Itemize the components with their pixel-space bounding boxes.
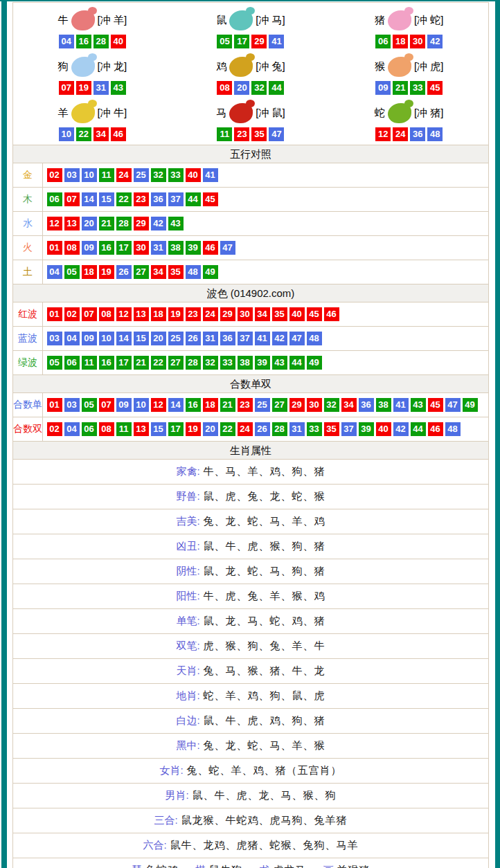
number-ball: 15 <box>99 192 114 206</box>
number-ball: 22 <box>76 127 91 141</box>
attribute-row: 白边:鼠、牛、虎、鸡、狗、猪 <box>13 709 488 734</box>
attribute-label: 三合: <box>154 814 177 827</box>
number-ball: 08 <box>64 241 80 255</box>
zodiac-clash: [冲 蛇] <box>414 14 444 27</box>
number-ball: 36 <box>410 127 425 141</box>
number-ball: 44 <box>289 356 305 370</box>
wave-label: 绿波 <box>13 351 43 374</box>
zodiac-name: 羊 <box>58 107 69 120</box>
zodiac-title: 鸡[冲 兔] <box>172 53 330 80</box>
number-ball: 17 <box>116 356 132 370</box>
number-ball: 46 <box>111 127 126 141</box>
arts-label: 琴: <box>132 864 145 868</box>
number-ball: 45 <box>203 192 218 206</box>
five-element-row: 火0108091617303138394647 <box>13 236 488 260</box>
number-ball: 10 <box>82 168 97 182</box>
number-ball: 06 <box>47 192 62 206</box>
sum-parity-title: 合数单双 <box>230 378 271 390</box>
attribute-row: 野兽:鼠、虎、兔、龙、蛇、猴 <box>13 485 488 509</box>
number-ball: 15 <box>151 422 166 436</box>
number-ball: 24 <box>116 168 132 182</box>
attribute-label: 六合: <box>143 839 166 852</box>
number-ball: 11 <box>99 168 114 182</box>
zodiac-numbers: 09213345 <box>330 81 488 95</box>
number-ball: 16 <box>99 356 114 370</box>
number-ball: 37 <box>238 332 253 345</box>
number-ball: 29 <box>289 398 305 412</box>
left-frame-border <box>1 0 7 868</box>
number-ball: 16 <box>99 241 114 255</box>
number-ball: 42 <box>427 35 443 48</box>
number-ball: 38 <box>376 398 391 412</box>
zodiac-name: 狗 <box>58 60 69 73</box>
number-ball: 47 <box>289 332 305 345</box>
number-ball: 08 <box>99 307 114 321</box>
number-ball: 25 <box>168 332 184 345</box>
number-ball: 09 <box>82 332 97 345</box>
sum-parity-section: 合数单0103050709101214161821232527293032343… <box>13 393 488 442</box>
five-elements-title: 五行对照 <box>230 148 271 160</box>
number-ball: 40 <box>376 422 391 436</box>
number-ball: 23 <box>234 127 249 141</box>
number-ball: 30 <box>238 307 253 321</box>
number-ball: 03 <box>64 398 80 412</box>
zodiac-cell: 马[冲 鼠]11233547 <box>172 97 330 143</box>
number-ball: 46 <box>203 241 218 255</box>
number-ball: 37 <box>341 422 357 436</box>
zodiac-name: 马 <box>216 107 226 120</box>
sum-parity-label: 合数双 <box>13 417 43 441</box>
number-ball: 06 <box>82 422 97 436</box>
zodiac-cell: 羊[冲 牛]10223446 <box>13 97 172 143</box>
number-ball: 02 <box>47 168 62 182</box>
number-ball: 01 <box>47 241 62 255</box>
number-ball: 35 <box>251 127 267 141</box>
number-ball: 13 <box>64 217 80 230</box>
attribute-value: 兔、龙、蛇、马、羊、鸡 <box>204 515 325 528</box>
number-ball: 21 <box>220 398 235 412</box>
zodiac-cell: 鸡[冲 兔]08203244 <box>172 51 330 97</box>
numbers-list: 06071415222336374445 <box>43 192 219 206</box>
zodiac-title: 蛇[冲 猪] <box>330 100 488 126</box>
number-ball: 33 <box>168 168 184 182</box>
number-ball: 15 <box>134 332 149 345</box>
number-ball: 44 <box>411 422 426 436</box>
zodiac-numbers: 05172941 <box>172 35 330 48</box>
attribute-value: 兔、蛇、羊、鸡、猪（五宫肖） <box>187 764 342 777</box>
zodiac-attributes-section: 家禽:牛、马、羊、鸡、狗、猪野兽:鼠、虎、兔、龙、蛇、猴吉美:兔、龙、蛇、马、羊… <box>13 460 488 858</box>
number-ball: 28 <box>93 35 109 48</box>
arts-value: 虎龙马 <box>273 864 306 868</box>
attribute-label: 单笔: <box>176 615 199 628</box>
number-ball: 46 <box>428 422 443 436</box>
number-ball: 41 <box>203 168 218 182</box>
arts-value: 鼠牛狗 <box>209 864 242 868</box>
number-ball: 33 <box>307 422 322 436</box>
number-ball: 24 <box>203 307 218 321</box>
attribute-row: 地肖:蛇、羊、鸡、狗、鼠、虎 <box>13 684 488 709</box>
arts-pair: 书:虎龙马 <box>259 864 306 868</box>
number-ball: 04 <box>59 35 74 48</box>
arts-label: 书: <box>259 864 272 868</box>
number-ball: 09 <box>375 81 391 95</box>
number-ball: 31 <box>93 81 109 95</box>
number-ball: 36 <box>151 192 166 206</box>
zodiac-title: 牛[冲 羊] <box>13 7 172 33</box>
zodiac-clash: [冲 龙] <box>98 60 127 73</box>
number-ball: 35 <box>324 422 339 436</box>
zodiac-cell: 牛[冲 羊]04162840 <box>13 4 172 51</box>
number-ball: 43 <box>272 356 287 370</box>
zodiac-name: 鸡 <box>216 60 226 73</box>
arts-pair: 画:羊猴猪 <box>323 864 370 868</box>
number-ball: 41 <box>255 332 270 345</box>
number-ball: 04 <box>64 422 80 436</box>
number-ball: 28 <box>186 356 201 370</box>
attribute-value: 鼠龙猴、牛蛇鸡、虎马狗、兔羊猪 <box>181 814 348 827</box>
number-ball: 19 <box>76 81 91 95</box>
attribute-label: 阳性: <box>176 590 199 603</box>
zodiac-numbers: 08203244 <box>172 81 330 95</box>
zodiac-clash: [冲 兔] <box>256 60 285 73</box>
number-ball: 22 <box>220 422 235 436</box>
numbers-list: 0108091617303138394647 <box>43 241 236 255</box>
zodiac-numbers: 07193143 <box>13 81 172 95</box>
number-ball: 28 <box>272 422 287 436</box>
number-ball: 14 <box>116 332 132 345</box>
